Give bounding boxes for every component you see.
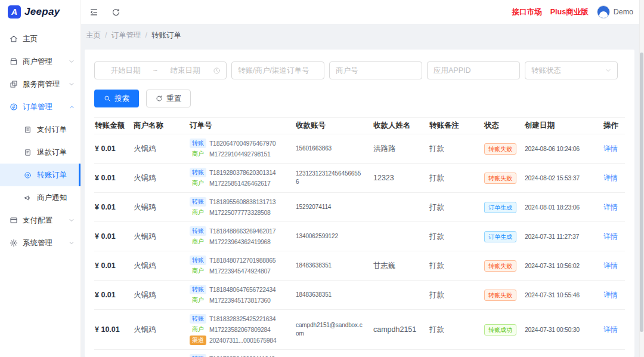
sidebar-item-label: 退款订单: [37, 147, 67, 158]
order-number: M17223582067809284: [209, 326, 271, 333]
date-end-placeholder: 结束日期: [160, 66, 210, 76]
table-row: ¥ 10.01火锅鸡转账T1818328325425221634商户M17223…: [94, 310, 625, 350]
reset-icon: [156, 95, 163, 102]
reset-button[interactable]: 重置: [146, 90, 191, 107]
payee-name-cell: [369, 193, 425, 222]
status-cell: 订单生成: [479, 222, 520, 251]
chevron-down-icon: [69, 81, 75, 87]
payee-account-cell: 123123123124564566556: [291, 164, 369, 193]
shop-icon: [9, 57, 18, 66]
merchant-name-cell: dpc: [129, 350, 185, 357]
order-no-input[interactable]: [231, 61, 324, 79]
amount-cell: ¥ 0.01: [94, 222, 129, 251]
search-icon: [104, 95, 111, 102]
topbar: 接口市场 Plus商业版 Demo: [81, 0, 644, 24]
sidebar-item-order-mgmt[interactable]: 订单管理: [0, 96, 80, 118]
chevron-down-icon: [69, 59, 75, 64]
remark-cell: 打款: [425, 281, 479, 310]
column-header-remark: 转账备注: [425, 118, 479, 134]
column-header-orders: 订单号: [185, 118, 291, 134]
topbar-right: 接口市场 Plus商业版 Demo: [512, 5, 633, 19]
search-button[interactable]: 搜索: [94, 90, 139, 107]
order-number: M17223945173817360: [209, 297, 271, 304]
sidebar-item-home[interactable]: 主页: [0, 27, 80, 50]
sidebar-item-pay-order[interactable]: 支付订单: [0, 118, 80, 141]
brand-logo[interactable]: A Jeepay: [0, 0, 80, 24]
plus-edition-link[interactable]: Plus商业版: [550, 7, 589, 17]
order-tag-transfer: 转账: [190, 139, 206, 148]
order-number: T1818480647656722434: [209, 286, 275, 293]
created-date-cell: 2024-08-06 10:24:06: [520, 134, 599, 164]
menu-fold-icon[interactable]: [89, 8, 98, 17]
status-cell: 转账失败: [479, 350, 520, 357]
created-date-cell: 2024-08-01 18:23:06: [520, 193, 599, 222]
pay-config-icon: [9, 216, 18, 225]
payee-name-cell: 12323: [369, 164, 425, 193]
api-market-link[interactable]: 接口市场: [512, 7, 542, 17]
scrollbar-thumb[interactable]: [640, 53, 643, 332]
order-line: 转账T1818480647656722434: [190, 285, 286, 294]
order-number: 202407311...0001675984: [209, 337, 276, 344]
sidebar-item-label: 系统管理: [23, 238, 52, 248]
table-row: ¥ 0.01火锅鸡转账T1820647004976467970商户M172291…: [94, 134, 625, 164]
column-header-account: 收款账号: [291, 118, 369, 134]
detail-link[interactable]: 详情: [603, 261, 618, 270]
column-header-created: 创建日期: [520, 118, 599, 134]
order-no-cell: 转账T1819280378620301314商户M172258514264626…: [185, 164, 291, 193]
order-tag-transfer: 转账: [190, 226, 206, 236]
sidebar-item-label: 支付配置: [23, 216, 52, 226]
amount-cell: ¥ 0.01: [94, 281, 129, 310]
search-button-label: 搜索: [114, 94, 129, 104]
chevron-up-icon: [69, 104, 75, 110]
column-header-payee: 收款人姓名: [369, 118, 425, 134]
sidebar-item-label: 商户管理: [23, 57, 52, 67]
chevron-down-icon: [69, 240, 75, 246]
user-menu[interactable]: Demo: [597, 5, 633, 19]
order-no-cell: 转账T1818955608838131713商户M172250777733285…: [185, 193, 291, 222]
sidebar-item-label: 支付订单: [37, 125, 67, 135]
app-window: A Jeepay 主页商户管理服务商管理订单管理支付订单退款订单转账订单商户通知…: [0, 0, 644, 357]
sidebar-item-mch-notify[interactable]: 商户通知: [0, 186, 80, 209]
reload-icon[interactable]: [112, 8, 120, 17]
mch-no-input[interactable]: [329, 61, 422, 79]
payment-order-icon: [23, 125, 32, 134]
sidebar-item-isv-mgmt[interactable]: 服务商管理: [0, 73, 80, 96]
order-no-cell: 转账T1818328325425221634商户M172235820678092…: [185, 310, 291, 350]
status-badge-success: 转账成功: [484, 324, 516, 336]
order-number: M17229104492798151: [209, 150, 271, 158]
breadcrumb-home[interactable]: 主页: [86, 31, 101, 39]
amount-cell: ¥ 10.01: [94, 310, 129, 350]
date-range-picker[interactable]: 开始日期 ~ 结束日期: [94, 61, 227, 79]
transfer-state-select[interactable]: 转账状态: [525, 61, 618, 79]
order-number: T1818328325425221634: [209, 315, 275, 322]
created-date-cell: 2024-07-31 10:55:46: [520, 281, 599, 310]
order-number: M17223964362419968: [209, 238, 271, 245]
table-row: ¥ 0.01火锅鸡转账T1818480647656722434商户M172239…: [94, 281, 625, 310]
order-number: T1819280378620301314: [209, 169, 275, 176]
detail-link[interactable]: 详情: [603, 203, 618, 211]
detail-link[interactable]: 详情: [603, 232, 618, 241]
order-tag-mch: 商户: [190, 296, 206, 305]
user-name: Demo: [614, 8, 633, 16]
order-tag-mch: 商户: [190, 237, 206, 247]
sidebar-item-refund-order[interactable]: 退款订单: [0, 141, 80, 164]
action-cell: 详情: [599, 251, 625, 281]
breadcrumb-order-mgmt[interactable]: 订单管理: [111, 31, 141, 39]
sidebar-item-pay-config[interactable]: 支付配置: [0, 209, 80, 232]
detail-link[interactable]: 详情: [603, 174, 618, 182]
payee-name-cell: 洪路路: [369, 134, 425, 164]
appid-input[interactable]: [427, 61, 520, 79]
detail-link[interactable]: 详情: [603, 291, 618, 299]
scrollbar-track[interactable]: [639, 0, 644, 357]
sidebar-item-transfer-order[interactable]: 转账订单: [0, 164, 80, 186]
breadcrumb-separator: /: [145, 31, 147, 39]
sidebar-item-sys-mgmt[interactable]: 系统管理: [0, 232, 80, 254]
jeepay-logo-icon: A: [8, 5, 21, 19]
remark-cell: 打款: [425, 251, 479, 281]
content-card: 开始日期 ~ 结束日期 转账状态 搜索: [85, 50, 634, 357]
order-tag-transfer: 转账: [190, 256, 206, 265]
sidebar-item-merchant-mgmt[interactable]: 商户管理: [0, 50, 80, 73]
detail-link[interactable]: 详情: [603, 325, 618, 334]
payee-name-cell: [369, 281, 425, 310]
detail-link[interactable]: 详情: [603, 144, 618, 153]
